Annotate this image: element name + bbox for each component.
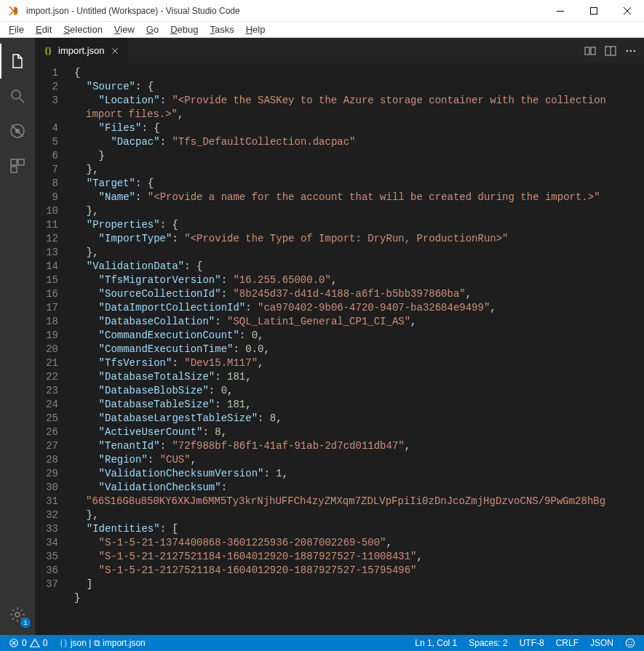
- code-line[interactable]: "DatabaseTableSize": 181,: [74, 398, 644, 412]
- svg-rect-9: [591, 47, 595, 55]
- tab-bar: {} import.json: [35, 38, 644, 63]
- status-lncol[interactable]: Ln 1, Col 1: [412, 638, 460, 648]
- code-editor[interactable]: 1234567891011121314151617181920212223242…: [35, 63, 644, 635]
- warning-count: 0: [43, 638, 48, 648]
- code-line[interactable]: "DataImportCollectionId": "ca970402-9b06…: [74, 301, 644, 315]
- menu-file[interactable]: File: [3, 23, 30, 36]
- window-title: import.json - Untitled (Workspace) - Vis…: [22, 6, 544, 16]
- svg-rect-6: [11, 167, 17, 172]
- menu-edit[interactable]: Edit: [30, 23, 57, 36]
- code-line[interactable]: "Target": {: [74, 177, 644, 191]
- menu-help[interactable]: Help: [240, 23, 271, 36]
- svg-point-7: [15, 612, 20, 617]
- svg-point-17: [631, 642, 632, 643]
- code-line[interactable]: "ImportType": "<Provide the Type of Impo…: [74, 232, 644, 246]
- code-line[interactable]: "S-1-5-21-1374400868-3601225936-20870022…: [74, 536, 644, 550]
- code-line[interactable]: }: [74, 149, 644, 163]
- svg-point-16: [628, 642, 629, 643]
- code-line[interactable]: "S-1-5-21-2127521184-1604012920-18879275…: [74, 550, 644, 564]
- code-line[interactable]: },: [74, 163, 644, 177]
- code-line[interactable]: }: [74, 591, 644, 605]
- code-line[interactable]: "S-1-5-21-2127521184-1604012920-18879275…: [74, 564, 644, 578]
- menu-debug[interactable]: Debug: [164, 23, 204, 36]
- code-line[interactable]: },: [74, 246, 644, 260]
- title-bar: import.json - Untitled (Workspace) - Vis…: [0, 0, 644, 22]
- close-button[interactable]: [611, 0, 644, 22]
- status-spaces[interactable]: Spaces: 2: [466, 638, 510, 648]
- code-line[interactable]: "TenantId": "72f988bf-86f1-41af-91ab-2d7…: [74, 439, 644, 453]
- code-line[interactable]: "TfsMigratorVersion": "16.255.65000.0",: [74, 273, 644, 287]
- code-line[interactable]: "Location": "<Provide the SASKey to the …: [74, 94, 644, 108]
- editor-actions: [584, 38, 644, 63]
- code-line[interactable]: "DatabaseCollation": "SQL_Latin1_General…: [74, 315, 644, 329]
- code-line[interactable]: "Region": "CUS",: [74, 453, 644, 467]
- code-line[interactable]: "Name": "<Provide a name for the account…: [74, 191, 644, 204]
- code-line[interactable]: "CommandExecutionCount": 0,: [74, 329, 644, 343]
- code-content[interactable]: { "Source": { "Location": "<Provide the …: [71, 63, 644, 635]
- code-line[interactable]: "ValidationChecksum":: [74, 481, 644, 495]
- code-line[interactable]: "Files": {: [74, 121, 644, 135]
- feedback-smile-icon[interactable]: [622, 638, 638, 648]
- svg-point-3: [15, 129, 20, 133]
- menu-tasks[interactable]: Tasks: [204, 23, 239, 36]
- compare-icon[interactable]: [584, 45, 596, 57]
- code-line[interactable]: "CommandExecutionTime": 0.0,: [74, 343, 644, 356]
- extensions-icon[interactable]: [0, 148, 35, 183]
- code-line[interactable]: "Properties": {: [74, 218, 644, 232]
- menu-selection[interactable]: Selection: [57, 23, 108, 36]
- code-line[interactable]: {: [74, 66, 644, 80]
- maximize-button[interactable]: [577, 0, 611, 22]
- code-line[interactable]: "ActiveUserCount": 8,: [74, 426, 644, 439]
- code-line[interactable]: "66S16G8u850KY6XKJm6MM5Ty3krNjhUFFCh4zyZ…: [74, 495, 644, 508]
- vscode-icon: [4, 2, 22, 20]
- braces-icon: {}: [42, 45, 54, 57]
- main-area: 1 {} import.json 12345678910111213141516…: [0, 38, 644, 635]
- menu-go[interactable]: Go: [140, 23, 164, 36]
- code-line[interactable]: "SourceCollectionId": "8b245d37-d41d-418…: [74, 287, 644, 301]
- tab-importjson[interactable]: {} import.json: [35, 38, 129, 63]
- code-line[interactable]: import files.>",: [74, 108, 644, 121]
- code-line[interactable]: "DatabaseTotalSize": 181,: [74, 370, 644, 384]
- update-badge: 1: [20, 618, 31, 628]
- status-encoding[interactable]: UTF-8: [517, 638, 547, 648]
- window-controls: [544, 0, 644, 22]
- settings-gear-icon[interactable]: 1: [0, 597, 35, 632]
- close-tab-icon[interactable]: [109, 45, 121, 57]
- code-line[interactable]: "TfsVersion": "Dev15.M117",: [74, 356, 644, 370]
- code-line[interactable]: "Source": {: [74, 80, 644, 94]
- svg-point-13: [634, 49, 636, 52]
- svg-point-15: [626, 639, 634, 647]
- code-line[interactable]: "Identities": [: [74, 522, 644, 536]
- activity-bar: 1: [0, 38, 35, 635]
- more-icon[interactable]: [625, 45, 637, 57]
- svg-rect-5: [18, 159, 24, 165]
- code-line[interactable]: "Dacpac": "Tfs_DefaultCollection.dacpac": [74, 135, 644, 149]
- code-line[interactable]: },: [74, 508, 644, 522]
- minimize-button[interactable]: [544, 0, 577, 22]
- minimap[interactable]: [606, 63, 644, 635]
- status-problems[interactable]: 0 0: [6, 638, 50, 648]
- code-line[interactable]: },: [74, 204, 644, 218]
- debug-icon[interactable]: [0, 113, 35, 148]
- status-path[interactable]: {} json | ⧉ import.json: [56, 638, 148, 649]
- menu-view[interactable]: View: [108, 23, 140, 36]
- code-line[interactable]: "ValidationData": {: [74, 260, 644, 273]
- search-icon[interactable]: [0, 79, 35, 113]
- svg-point-11: [627, 49, 629, 52]
- error-count: 0: [22, 638, 27, 648]
- code-line[interactable]: ]: [74, 578, 644, 591]
- split-editor-icon[interactable]: [605, 45, 616, 57]
- svg-rect-8: [585, 47, 589, 55]
- status-eol[interactable]: CRLF: [553, 638, 581, 648]
- status-language[interactable]: JSON: [587, 638, 616, 648]
- explorer-icon[interactable]: [0, 44, 35, 79]
- status-path-text: json | ⧉ import.json: [71, 638, 146, 648]
- line-gutter: 1234567891011121314151617181920212223242…: [35, 63, 71, 635]
- tab-label: import.json: [58, 45, 105, 56]
- code-line[interactable]: "DatabaseLargestTableSize": 8,: [74, 412, 644, 426]
- svg-rect-0: [591, 7, 597, 14]
- code-line[interactable]: "DatabaseBlobSize": 0,: [74, 384, 644, 398]
- code-line[interactable]: "ValidationChecksumVersion": 1,: [74, 467, 644, 481]
- svg-rect-4: [11, 159, 17, 165]
- editor-group: {} import.json 1234567891011121314151617…: [35, 38, 644, 635]
